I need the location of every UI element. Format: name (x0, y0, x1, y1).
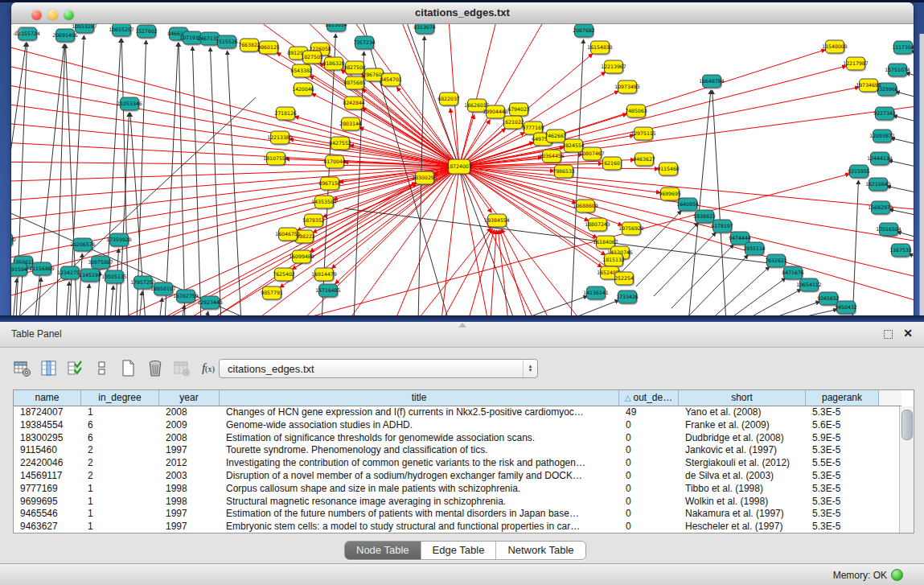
graph-node-yellow[interactable]: 7986533 (552, 165, 575, 178)
column-header-short[interactable]: short (679, 390, 806, 406)
column-header-year[interactable]: year (159, 390, 220, 406)
graph-node-teal[interactable]: 20206576 (70, 238, 96, 251)
graph-node-teal[interactable]: 10655257 (109, 24, 134, 36)
graph-node-teal[interactable]: 12444134 (867, 152, 893, 165)
graph-node-yellow[interactable]: 6822037 (437, 93, 460, 105)
graph-node-yellow[interactable]: 16914479 (311, 268, 337, 281)
graph-node-teal[interactable]: 5938923 (693, 210, 716, 223)
graph-node-teal[interactable]: 7515526 (216, 35, 238, 48)
float-panel-icon[interactable] (883, 328, 893, 339)
graph-node-yellow[interactable]: 20364456 (539, 150, 565, 163)
graph-node-yellow[interactable]: 8170044 (323, 155, 346, 168)
table-row[interactable]: 969969511998Structural magnetic resonanc… (14, 496, 900, 509)
delete-column-icon[interactable] (146, 359, 165, 378)
graph-node-teal[interactable]: 11156869 (29, 262, 55, 275)
graph-node-yellow[interactable]: 10807467 (579, 147, 605, 160)
graph-node-yellow[interactable]: 9860125 (257, 41, 280, 54)
graph-node-yellow[interactable]: 12213967 (601, 60, 626, 73)
graph-node-teal[interactable]: 10654112 (796, 278, 822, 291)
graph-node-yellow[interactable]: 19734693 (856, 79, 881, 92)
graph-node-teal[interactable]: 7632621 (765, 254, 787, 267)
graph-node-teal[interactable]: 15751074 (885, 64, 910, 76)
table-row[interactable]: 1872400712008Changes of HCN gene express… (14, 406, 900, 419)
graph-node-yellow[interactable]: 14353584 (311, 196, 337, 208)
graph-node-teal[interactable]: 16648784 (699, 75, 725, 88)
graph-node-teal[interactable]: 20691406 (52, 29, 78, 42)
graph-node-teal[interactable]: 1640954 (676, 198, 699, 211)
graph-node-yellow[interactable]: 19384554 (484, 214, 510, 227)
graph-node-teal[interactable]: 12923448 (197, 296, 223, 309)
graph-node-teal[interactable]: 16782759 (173, 290, 199, 303)
table-mode-icon[interactable] (13, 359, 32, 378)
graph-node-teal[interactable]: 6179197 (711, 220, 733, 233)
function-builder-icon[interactable]: f(x) (199, 359, 218, 378)
column-header-name[interactable]: name (14, 390, 81, 406)
table-selector-dropdown[interactable]: citations_edges.txt ▲▼ (219, 359, 538, 378)
graph-node-yellow[interactable]: 5878352 (302, 214, 325, 227)
graph-node-yellow[interactable]: 18807243 (585, 218, 610, 231)
graph-node-yellow[interactable]: 62160 (603, 157, 622, 170)
graph-node-yellow[interactable]: 6543382 (290, 64, 313, 77)
column-selection-icon[interactable] (66, 359, 85, 378)
graph-node-teal[interactable]: 8313074 (413, 24, 436, 34)
table-row[interactable]: 946362711997Embryonic stem cells: a mode… (14, 521, 900, 533)
graph-node-teal[interactable]: 10553287 (72, 24, 97, 33)
graph-node-yellow[interactable]: 1621022 (502, 116, 524, 129)
table-row[interactable]: 977716911998Corpus callosum shape and si… (14, 483, 900, 496)
column-header-in_degree[interactable]: in_degree (81, 390, 159, 406)
graph-node-yellow[interactable]: 11548008 (822, 40, 848, 53)
column-header-pagerank[interactable]: pagerank (806, 390, 879, 406)
graph-node-yellow[interactable]: 8967150 (318, 177, 341, 190)
graph-node-teal[interactable]: 1145194 (79, 269, 101, 282)
graph-node-yellow[interactable]: 12213389 (267, 131, 293, 144)
graph-node-yellow[interactable]: 10688609 (573, 200, 598, 212)
graph-node-yellow[interactable]: 18300295 (412, 171, 437, 184)
graph-node-teal[interactable]: 30975887 (88, 256, 113, 269)
graph-node-yellow[interactable]: 1815132 (602, 253, 625, 266)
graph-node-yellow[interactable]: 10973493 (614, 80, 640, 93)
graph-node-yellow[interactable]: 12217987 (843, 57, 869, 70)
graph-node-yellow[interactable]: 8875685 (343, 76, 366, 89)
graph-node-teal[interactable]: 20260500 (11, 233, 16, 246)
scrollbar-thumb[interactable] (901, 410, 913, 440)
table-panel-header[interactable]: Table Panel ✕ (0, 322, 924, 348)
graph-node-teal[interactable]: 16958107 (150, 282, 176, 295)
tab-network-table[interactable]: Network Table (496, 542, 585, 559)
graph-node-yellow[interactable]: 7625402 (273, 268, 295, 281)
graph-node-yellow[interactable]: 16046755 (275, 228, 301, 241)
graph-node-yellow[interactable]: 7462667 (544, 130, 567, 142)
graph-node-teal[interactable]: 1117304 (892, 41, 914, 54)
table-row[interactable]: 1830029562008Estimation of significance … (14, 432, 900, 445)
table-row[interactable]: 2242004622012Investigating the contribut… (14, 457, 900, 470)
close-panel-icon[interactable]: ✕ (903, 327, 913, 340)
graph-node-yellow[interactable]: 19904448 (483, 105, 508, 118)
graph-node-yellow[interactable]: 9115460 (657, 163, 680, 175)
graph-node-teal[interactable]: 391594 (11, 263, 27, 276)
graph-node-teal[interactable]: 16210643 (865, 178, 891, 191)
row-height-icon[interactable] (92, 359, 112, 378)
window-titlebar[interactable]: citations_edges.txt (11, 2, 914, 24)
graph-node-yellow[interactable]: 2718126 (274, 107, 297, 120)
table-row[interactable]: 911546021997Tourette syndrome. Phenomeno… (14, 444, 900, 457)
resize-grip[interactable] (11, 24, 23, 35)
graph-node-yellow[interactable]: 2803144 (339, 117, 362, 130)
graph-node-teal[interactable]: 12093872 (869, 130, 895, 142)
graph-node-yellow[interactable]: 1827505 (301, 51, 323, 64)
graph-node-yellow[interactable]: 8454701 (380, 73, 402, 86)
graph-node-teal[interactable]: 17016504 (876, 223, 901, 236)
network-canvas[interactable]: 2405572420691406105532871065525715276028… (11, 24, 914, 315)
memory-status-indicator[interactable] (891, 569, 903, 581)
graph-node-yellow[interactable]: 9857791 (261, 286, 283, 299)
graph-node-teal[interactable]: 13505135 (101, 270, 127, 283)
tab-node-table[interactable]: Node Table (345, 542, 421, 559)
graph-node-teal[interactable]: 8813054 (325, 24, 347, 31)
table-row[interactable]: 1938455462009Genome-wide association stu… (14, 419, 900, 432)
graph-node-yellow[interactable]: 18107554 (263, 152, 289, 165)
graph-node-teal[interactable]: 15692971 (868, 201, 893, 214)
tab-edge-table[interactable]: Edge Table (421, 542, 497, 559)
graph-node-teal[interactable]: 8215955 (848, 165, 870, 178)
graph-node-teal[interactable]: 9450432 (835, 301, 857, 314)
graph-node-teal[interactable]: 8471676 (782, 266, 804, 279)
graph-node-teal[interactable]: 1527602 (135, 25, 158, 38)
graph-node-teal[interactable]: 1733426 (616, 290, 639, 303)
